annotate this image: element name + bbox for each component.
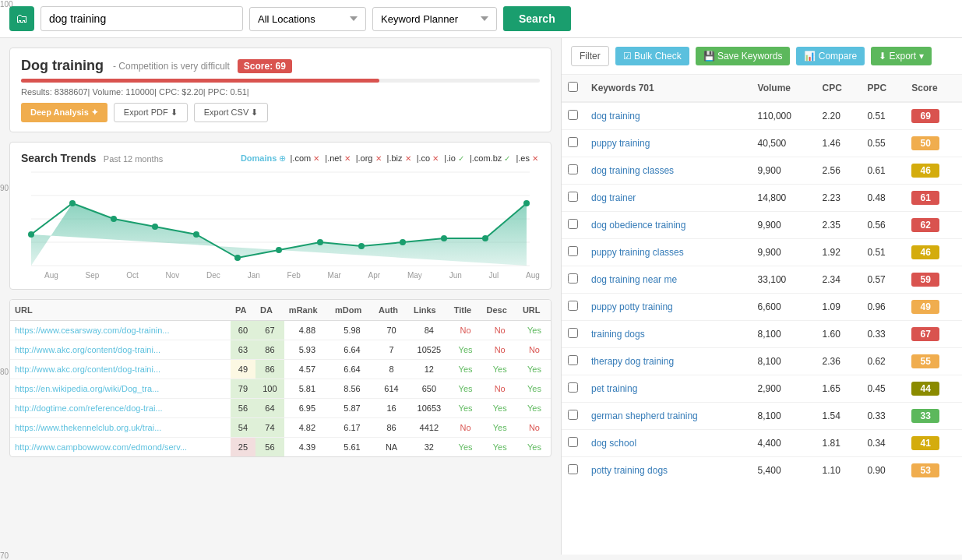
score-cell: 46 — [905, 157, 962, 185]
row-checkbox-cell[interactable] — [562, 348, 585, 375]
search-input[interactable] — [41, 6, 243, 31]
ppc-cell: 0.51 — [861, 239, 905, 266]
keyword-link[interactable]: dog obedience training — [591, 220, 685, 231]
table-row: https://en.wikipedia.org/wiki/Dog_tra...… — [10, 379, 551, 399]
row-checkbox[interactable] — [568, 355, 578, 365]
url-link[interactable]: https://www.cesarsway.com/dog-trainin... — [15, 326, 169, 335]
row-checkbox-cell[interactable] — [562, 130, 585, 157]
keyword-link[interactable]: pet training — [591, 383, 637, 394]
domain-org: |.org ✕ — [356, 153, 382, 163]
chart-wrapper: 100 90 80 70 — [21, 172, 540, 280]
cpc-cell: 1.09 — [816, 294, 862, 321]
row-checkbox[interactable] — [568, 137, 578, 147]
search-button[interactable]: Search — [503, 6, 571, 31]
volume-cell: 9,900 — [752, 239, 816, 266]
row-checkbox-cell[interactable] — [562, 266, 585, 294]
cell-auth: 86 — [374, 418, 409, 438]
keyword-link[interactable]: potty training dogs — [591, 465, 668, 476]
row-checkbox-cell[interactable] — [562, 185, 585, 212]
volume-cell: 14,800 — [752, 185, 816, 212]
row-checkbox-cell[interactable] — [562, 321, 585, 348]
row-checkbox[interactable] — [568, 110, 578, 120]
search-trends-box: Search Trends Past 12 months Domains ⊕ |… — [9, 142, 551, 290]
col-ppc: PPC — [861, 75, 905, 102]
cpc-cell: 2.36 — [816, 348, 862, 375]
save-keywords-button[interactable]: 💾 Save Keywords — [696, 47, 791, 65]
row-checkbox[interactable] — [568, 219, 578, 229]
row-checkbox-cell[interactable] — [562, 294, 585, 321]
compare-button[interactable]: 📊 Compare — [796, 47, 865, 65]
score-cell: 41 — [905, 430, 962, 457]
export-csv-button[interactable]: Export CSV ⬇ — [194, 103, 269, 122]
url-link[interactable]: http://www.akc.org/content/dog-traini... — [15, 345, 160, 354]
filter-button[interactable]: Filter — [571, 46, 609, 66]
export-button[interactable]: ⬇ Export ▾ — [871, 47, 931, 65]
domain-add-icon[interactable]: ⊕ — [279, 153, 286, 163]
list-item: dog school 4,400 1.81 0.34 41 — [562, 430, 962, 457]
url-link[interactable]: https://en.wikipedia.org/wiki/Dog_tra... — [15, 384, 159, 393]
row-checkbox[interactable] — [568, 192, 578, 202]
list-item: dog trainer 14,800 2.23 0.48 61 — [562, 185, 962, 212]
domain-com: |.com ✕ — [290, 153, 319, 163]
row-checkbox-cell[interactable] — [562, 102, 585, 130]
cell-links: 12 — [409, 360, 449, 379]
tool-select[interactable]: Keyword Planner — [372, 7, 497, 31]
url-link[interactable]: http://dogtime.com/reference/dog-trai... — [15, 403, 163, 413]
locations-select[interactable]: All Locations — [249, 7, 366, 31]
keyword-link[interactable]: puppy potty training — [591, 301, 673, 312]
keyword-link[interactable]: dog training — [591, 111, 640, 122]
row-checkbox-cell[interactable] — [562, 239, 585, 266]
kw-cell: dog school — [585, 430, 752, 457]
row-checkbox-cell[interactable] — [562, 403, 585, 430]
row-checkbox[interactable] — [568, 164, 578, 174]
list-item: dog training 110,000 2.20 0.51 69 — [562, 102, 962, 130]
row-checkbox[interactable] — [568, 328, 578, 338]
col-select-all[interactable] — [562, 75, 585, 102]
deep-analysis-button[interactable]: Deep Analysis ✦ — [21, 103, 107, 122]
row-checkbox-cell[interactable] — [562, 375, 585, 403]
keyword-link[interactable]: dog training near me — [591, 274, 677, 285]
keyword-link[interactable]: german shepherd training — [591, 410, 698, 421]
row-checkbox-cell[interactable] — [562, 457, 585, 484]
select-all-checkbox[interactable] — [568, 82, 578, 92]
row-checkbox[interactable] — [568, 382, 578, 393]
save-icon: 💾 — [703, 51, 715, 62]
competition-label: - Competition is very difficult — [113, 61, 230, 72]
kw-cell: potty training dogs — [585, 457, 752, 484]
keyword-link[interactable]: dog training classes — [591, 165, 674, 176]
keyword-link[interactable]: puppy training classes — [591, 247, 684, 258]
score-cell: 49 — [905, 294, 962, 321]
cell-mdom: 6.64 — [330, 340, 374, 360]
bulk-check-button[interactable]: ☑ Bulk Check — [615, 47, 689, 65]
volume-cell: 6,600 — [752, 294, 816, 321]
chart-icon: 📊 — [804, 51, 816, 62]
row-checkbox-cell[interactable] — [562, 157, 585, 185]
url-link[interactable]: https://www.thekennelclub.org.uk/trai... — [15, 423, 161, 432]
keyword-link[interactable]: training dogs — [591, 329, 645, 340]
score-pill: 62 — [911, 218, 939, 232]
svg-marker-5 — [31, 203, 527, 266]
row-checkbox[interactable] — [568, 246, 578, 256]
keyword-link[interactable]: dog trainer — [591, 192, 636, 203]
score-pill: 33 — [911, 409, 939, 423]
score-pill: 59 — [911, 273, 939, 287]
row-checkbox[interactable] — [568, 464, 578, 474]
domain-net: |.net ✕ — [325, 153, 350, 163]
url-link[interactable]: http://www.akc.org/content/dog-traini... — [15, 365, 160, 374]
row-checkbox-cell[interactable] — [562, 212, 585, 239]
trends-header: Search Trends Past 12 months Domains ⊕ |… — [21, 152, 540, 164]
kw-cell: pet training — [585, 375, 752, 403]
cpc-cell: 1.65 — [816, 375, 862, 403]
cell-da: 64 — [255, 399, 284, 418]
export-pdf-button[interactable]: Export PDF ⬇ — [114, 103, 188, 122]
url-link[interactable]: http://www.campbowwow.com/edmond/serv... — [15, 442, 187, 452]
row-checkbox-cell[interactable] — [562, 430, 585, 457]
row-checkbox[interactable] — [568, 410, 578, 420]
row-checkbox[interactable] — [568, 301, 578, 311]
row-checkbox[interactable] — [568, 273, 578, 284]
keyword-link[interactable]: puppy training — [591, 138, 650, 149]
keyword-link[interactable]: dog school — [591, 438, 636, 449]
kw-cell: puppy training classes — [585, 239, 752, 266]
keyword-link[interactable]: therapy dog training — [591, 356, 674, 367]
row-checkbox[interactable] — [568, 437, 578, 447]
